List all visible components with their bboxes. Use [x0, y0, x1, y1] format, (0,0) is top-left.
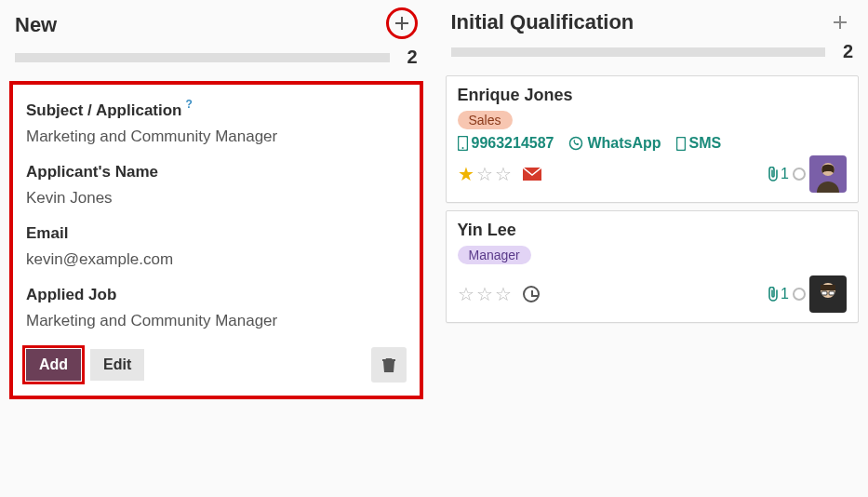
- star-icon: ☆: [495, 283, 512, 305]
- column-initial-qualification: Initial Qualification 2 Enrique Jones Sa…: [446, 9, 860, 399]
- label-subject: Subject / Application ?: [26, 101, 407, 120]
- highlight-circle: [386, 7, 418, 39]
- label-text: Subject / Application: [26, 101, 182, 120]
- card-right: 1: [767, 275, 847, 313]
- help-icon[interactable]: ?: [186, 98, 193, 111]
- star-icon: ☆: [495, 163, 512, 185]
- state-dot[interactable]: [793, 288, 806, 301]
- paperclip-icon: [767, 287, 780, 302]
- input-email[interactable]: kevin@example.com: [26, 250, 407, 269]
- plus-icon: [394, 16, 409, 31]
- avatar[interactable]: [809, 155, 847, 193]
- input-name[interactable]: Kevin Jones: [26, 189, 407, 208]
- svg-rect-3: [676, 137, 685, 150]
- meta-row: ☆ ☆ ☆ 1: [458, 275, 848, 313]
- star-icon: ☆: [476, 283, 493, 305]
- svg-rect-9: [821, 285, 835, 290]
- card-title: Enrique Jones: [458, 86, 848, 105]
- star-icon: ☆: [458, 283, 474, 305]
- attachment-indicator[interactable]: 1: [767, 286, 789, 302]
- clock-icon[interactable]: [523, 286, 540, 302]
- attachment-count: 1: [781, 286, 789, 302]
- edit-button[interactable]: Edit: [90, 349, 144, 381]
- field-email: Email kevin@example.com: [26, 224, 407, 269]
- sms-label: SMS: [689, 135, 722, 152]
- label-email: Email: [26, 224, 407, 243]
- quick-create-form: Subject / Application ? Marketing and Co…: [9, 81, 423, 399]
- tag-manager[interactable]: Manager: [458, 246, 531, 264]
- attachment-count: 1: [781, 166, 789, 182]
- column-title: New: [15, 13, 57, 37]
- paperclip-icon: [767, 167, 780, 181]
- plus-icon: [833, 15, 848, 30]
- add-record-button[interactable]: [827, 9, 853, 35]
- column-new: New 2 Subject / Application ? Marketing …: [9, 9, 423, 399]
- delete-button[interactable]: [371, 347, 407, 383]
- star-icon: ★: [458, 163, 474, 185]
- avatar[interactable]: [809, 275, 847, 313]
- record-count: 2: [399, 47, 418, 68]
- record-count: 2: [835, 41, 853, 62]
- progress-bar[interactable]: [15, 53, 390, 62]
- whatsapp-icon: [568, 136, 583, 151]
- field-applied-job: Applied Job Marketing and Community Mana…: [26, 286, 407, 330]
- column-subheader: 2: [446, 41, 860, 62]
- meta-row: ★ ☆ ☆ 1: [458, 155, 848, 193]
- svg-point-1: [461, 147, 463, 149]
- star-icon: ☆: [476, 163, 493, 185]
- mobile-icon: [458, 136, 468, 151]
- kanban-board: New 2 Subject / Application ? Marketing …: [9, 9, 859, 399]
- column-header: New: [9, 9, 423, 41]
- svg-rect-11: [829, 291, 835, 295]
- field-applicant-name: Applicant's Name Kevin Jones: [26, 163, 407, 208]
- attachment-indicator[interactable]: 1: [767, 166, 789, 182]
- label-name: Applicant's Name: [26, 163, 407, 181]
- envelope-icon[interactable]: [523, 168, 541, 181]
- input-job[interactable]: Marketing and Community Manager: [26, 312, 407, 330]
- phone-number: 9963214587: [472, 135, 554, 152]
- tag-sales[interactable]: Sales: [458, 111, 513, 129]
- add-button[interactable]: Add: [26, 349, 81, 381]
- kanban-card[interactable]: Enrique Jones Sales 9963214587 WhatsApp …: [446, 75, 860, 203]
- add-record-button[interactable]: [389, 10, 415, 36]
- state-dot[interactable]: [793, 168, 806, 181]
- priority-stars[interactable]: ★ ☆ ☆: [458, 163, 512, 185]
- kanban-card[interactable]: Yin Lee Manager ☆ ☆ ☆ 1: [446, 210, 860, 323]
- priority-stars[interactable]: ☆ ☆ ☆: [458, 283, 512, 305]
- contact-row: 9963214587 WhatsApp SMS: [458, 135, 848, 152]
- card-title: Yin Lee: [458, 221, 848, 240]
- input-subject[interactable]: Marketing and Community Manager: [26, 128, 407, 146]
- column-subheader: 2: [9, 47, 423, 68]
- whatsapp-link[interactable]: WhatsApp: [568, 135, 661, 152]
- card-right: 1: [767, 155, 847, 193]
- svg-rect-10: [821, 291, 827, 295]
- label-job: Applied Job: [26, 286, 407, 304]
- field-subject: Subject / Application ? Marketing and Co…: [26, 101, 407, 146]
- form-actions: Add Edit: [26, 347, 407, 383]
- mobile-icon: [676, 137, 686, 151]
- sms-link[interactable]: SMS: [676, 135, 722, 152]
- column-title: Initial Qualification: [451, 10, 634, 34]
- progress-bar[interactable]: [451, 47, 826, 57]
- trash-icon: [381, 356, 396, 373]
- whatsapp-label: WhatsApp: [587, 135, 661, 152]
- phone-link[interactable]: 9963214587: [458, 135, 554, 152]
- column-header: Initial Qualification: [446, 9, 860, 35]
